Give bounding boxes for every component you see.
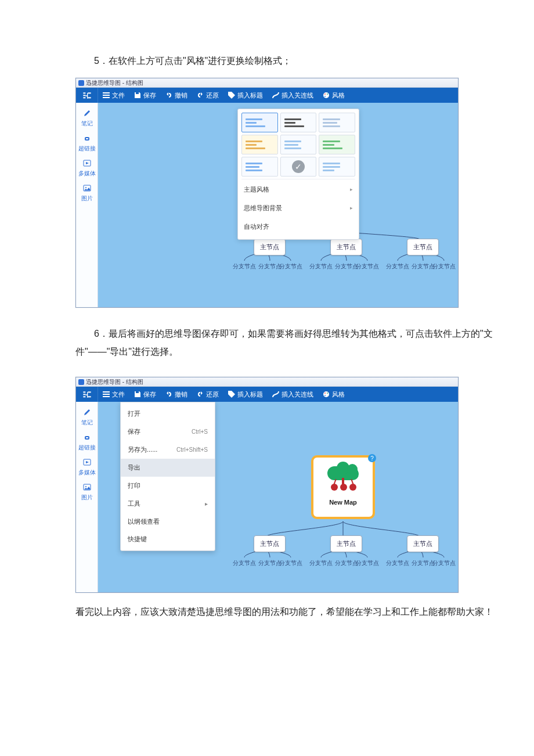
style-thumb[interactable] <box>319 157 355 177</box>
menu-save[interactable]: 保存Ctrl+S <box>121 423 215 441</box>
style-panel: ✓ 主题风格▸ 思维导图背景▸ 自动对齐 <box>237 109 359 240</box>
sub-node[interactable]: 分支节点 <box>356 261 379 272</box>
svg-rect-20 <box>88 397 91 398</box>
style-button[interactable]: 风格 <box>318 387 349 402</box>
sub-node[interactable]: 分支节点 <box>335 557 358 568</box>
redo-button[interactable]: 还原 <box>192 387 223 402</box>
root-node[interactable]: New Map ? <box>311 455 375 519</box>
chevron-right-icon: ▸ <box>205 498 208 509</box>
sub-node[interactable]: 分支节点 <box>309 557 333 568</box>
insert-link-button[interactable]: 插入关连线 <box>268 88 318 103</box>
sub-node[interactable]: 分支节点 <box>335 261 358 272</box>
sub-node[interactable]: 分支节点 <box>233 261 256 272</box>
sidebar: 笔记 超链接 多媒体 图片 <box>76 103 98 307</box>
canvas[interactable]: New Map ? 主节点 主节点 主节点 分支节点 分支节点 分支节点 分支节… <box>98 103 458 307</box>
style-thumb[interactable] <box>241 135 278 154</box>
app-logo-icon[interactable] <box>76 88 98 103</box>
play-icon <box>83 159 91 167</box>
insert-title-button[interactable]: 插入标题 <box>223 88 268 103</box>
side-media[interactable]: 多媒体 <box>78 157 96 181</box>
menu-auto-align[interactable]: 自动对齐 <box>241 217 355 236</box>
side-note[interactable]: 笔记 <box>78 406 96 430</box>
save-button[interactable]: 保存 <box>129 88 161 103</box>
sub-node[interactable]: 分支节点 <box>412 261 435 272</box>
svg-point-27 <box>327 393 328 394</box>
main-node[interactable]: 主节点 <box>254 239 286 255</box>
screenshot-style: 迅捷思维导图 - 结构图 文件 保存 撤销 还原 插入标题 插入关连线 风格 笔… <box>75 78 459 308</box>
sub-node[interactable]: 分支节点 <box>233 557 256 568</box>
sidebar: 笔记 超链接 多媒体 图片 <box>76 402 98 592</box>
menu-outline[interactable]: 以纲领查看 <box>121 513 215 531</box>
svg-rect-24 <box>136 391 139 393</box>
save-button[interactable]: 保存 <box>129 387 161 402</box>
undo-button[interactable]: 撤销 <box>161 387 192 402</box>
palette-icon <box>323 92 330 99</box>
chevron-right-icon: ▸ <box>350 185 353 195</box>
file-button[interactable]: 文件 <box>98 387 129 402</box>
sub-node[interactable]: 分支节点 <box>432 261 456 272</box>
app-logo-icon[interactable] <box>76 387 98 402</box>
sub-node[interactable]: 分支节点 <box>386 557 409 568</box>
svg-point-10 <box>324 93 326 95</box>
sub-node[interactable]: 分支节点 <box>258 557 282 568</box>
side-link[interactable]: 超链接 <box>78 132 96 156</box>
redo-button[interactable]: 还原 <box>192 88 223 103</box>
style-thumb[interactable] <box>280 113 317 132</box>
style-button[interactable]: 风格 <box>318 88 349 103</box>
menu-theme-style[interactable]: 主题风格▸ <box>241 179 355 199</box>
canvas[interactable]: New Map ? 主节点 主节点 主节点 分支节点 分支节点 分支节点 分支节… <box>98 402 458 592</box>
style-thumb[interactable] <box>241 113 278 132</box>
insert-link-button[interactable]: 插入关连线 <box>268 387 318 402</box>
style-thumb[interactable] <box>241 157 278 177</box>
sub-node[interactable]: 分支节点 <box>279 557 302 568</box>
main-node[interactable]: 主节点 <box>254 535 286 552</box>
closing-text: 看完以上内容，应该大致清楚迅捷思维导图的用法和功能了，希望能在学习上和工作上能都… <box>0 603 534 621</box>
side-image[interactable]: 图片 <box>78 481 96 505</box>
svg-rect-19 <box>88 392 91 393</box>
side-media[interactable]: 多媒体 <box>78 456 96 480</box>
sub-node[interactable]: 分支节点 <box>432 557 456 568</box>
style-thumb[interactable] <box>319 113 355 132</box>
main-node[interactable]: 主节点 <box>407 535 439 552</box>
node-badge-icon[interactable]: ? <box>368 454 376 462</box>
pencil-icon <box>83 109 91 117</box>
side-link[interactable]: 超链接 <box>78 431 96 455</box>
sub-node[interactable]: 分支节点 <box>279 261 302 272</box>
style-thumb[interactable] <box>319 135 355 154</box>
menu-shortcut[interactable]: 快捷键 <box>121 530 215 548</box>
main-node[interactable]: 主节点 <box>330 239 362 255</box>
style-thumb-selected[interactable]: ✓ <box>280 157 317 177</box>
screenshot-file: 迅捷思维导图 - 结构图 文件 保存 撤销 还原 插入标题 插入关连线 风格 笔… <box>75 377 459 593</box>
main-node[interactable]: 主节点 <box>330 535 362 552</box>
side-note[interactable]: 笔记 <box>78 107 96 131</box>
sub-node[interactable]: 分支节点 <box>386 261 409 272</box>
svg-rect-23 <box>103 396 110 397</box>
image-icon <box>83 184 91 192</box>
sub-node[interactable]: 分支节点 <box>309 261 333 272</box>
svg-rect-18 <box>83 397 85 398</box>
sub-node[interactable]: 分支节点 <box>412 557 435 568</box>
svg-rect-7 <box>103 97 110 98</box>
style-thumb[interactable] <box>280 135 317 154</box>
menu-print[interactable]: 打印 <box>121 477 215 495</box>
sub-node[interactable]: 分支节点 <box>258 261 282 272</box>
menu-export[interactable]: 导出 <box>121 459 215 477</box>
curve-icon <box>272 92 279 99</box>
side-image[interactable]: 图片 <box>78 182 96 206</box>
undo-button[interactable]: 撤销 <box>161 88 192 103</box>
link-icon <box>83 433 91 441</box>
svg-rect-2 <box>83 98 85 99</box>
svg-point-25 <box>323 391 329 397</box>
sub-node[interactable]: 分支节点 <box>356 557 379 568</box>
svg-point-26 <box>324 393 326 394</box>
menu-saveas[interactable]: 另存为......Ctrl+Shift+S <box>121 441 215 459</box>
step6-text: 6．最后将画好的思维导图保存即可，如果需要将画好得思维转为其他格式，可点击软件上… <box>0 325 534 361</box>
menu-tools[interactable]: 工具▸ <box>121 495 215 513</box>
file-button[interactable]: 文件 <box>98 88 129 103</box>
svg-point-15 <box>85 187 86 188</box>
svg-rect-6 <box>103 95 110 96</box>
insert-title-button[interactable]: 插入标题 <box>223 387 268 402</box>
menu-open[interactable]: 打开 <box>121 405 215 423</box>
main-node[interactable]: 主节点 <box>407 239 439 255</box>
menu-map-bg[interactable]: 思维导图背景▸ <box>241 199 355 217</box>
